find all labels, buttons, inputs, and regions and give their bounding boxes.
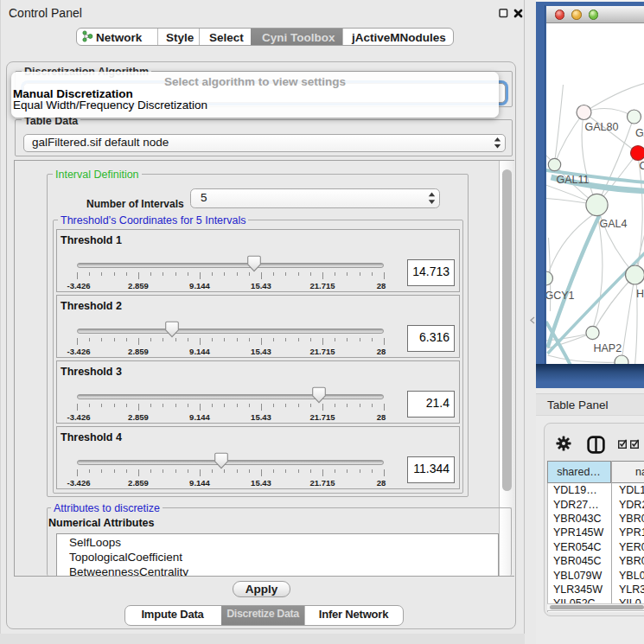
svg-text:GAL80: GAL80	[584, 121, 618, 133]
svg-text:HAP2: HAP2	[593, 342, 622, 354]
svg-text:GAL4: GAL4	[599, 218, 627, 230]
svg-text:GCY1: GCY1	[546, 290, 575, 302]
svg-text:C: C	[639, 160, 644, 172]
svg-text:H: H	[636, 288, 644, 300]
svg-text:GAL11: GAL11	[556, 174, 589, 186]
svg-text:GA: GA	[635, 127, 644, 139]
